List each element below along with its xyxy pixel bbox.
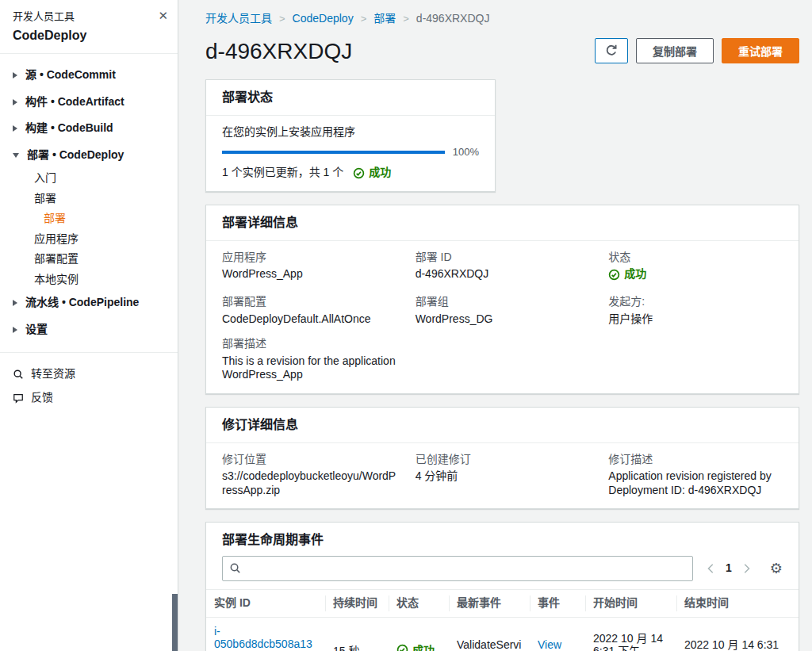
revision-details-card: 修订详细信息 修订位置 s3://codedeploybucketleoyu/W… bbox=[205, 407, 799, 510]
caret-right-icon bbox=[13, 300, 17, 306]
success-check-icon bbox=[396, 644, 408, 651]
sidebar-item-build-codebuild[interactable]: 构建 • CodeBuild bbox=[0, 115, 178, 142]
chevron-right-icon bbox=[741, 563, 752, 574]
sidebar-item-settings[interactable]: 设置 bbox=[0, 316, 178, 343]
column-header-instance-id: 实例 ID bbox=[206, 590, 325, 618]
card-header: 部署状态 bbox=[206, 80, 495, 116]
sidebar-item-deployments[interactable]: 部署 bbox=[0, 189, 178, 209]
column-header-latest-event: 最新事件 bbox=[449, 590, 530, 618]
initiator-value: 用户操作 bbox=[608, 312, 783, 327]
breadcrumb-link-developer-tools[interactable]: 开发人员工具 bbox=[205, 12, 272, 26]
events-search-input[interactable] bbox=[222, 556, 693, 581]
sidebar-item-applications[interactable]: 应用程序 bbox=[0, 229, 178, 250]
field-label: 发起方: bbox=[608, 295, 783, 309]
field-label: 状态 bbox=[608, 251, 783, 265]
deployment-group-link[interactable]: WordPress_DG bbox=[416, 312, 493, 325]
go-to-resource-label: 转至资源 bbox=[31, 367, 75, 381]
card-title: 部署生命周期事件 bbox=[222, 532, 783, 548]
sidebar-item-deployment-current[interactable]: 部署 bbox=[0, 209, 178, 229]
revision-created-value: 4 分钟前 bbox=[416, 469, 590, 484]
field-revision-created: 已创建修订 4 分钟前 bbox=[416, 453, 590, 498]
search-icon bbox=[13, 369, 24, 380]
events-card-header: 部署生命周期事件 bbox=[206, 523, 799, 589]
deployment-config-link[interactable]: CodeDeployDefault.AllAtOnce bbox=[222, 312, 371, 325]
column-header-start-time: 开始时间 bbox=[585, 590, 676, 618]
field-label: 部署描述 bbox=[222, 337, 396, 351]
sidebar-item-label: 构件 • CodeArtifact bbox=[25, 95, 124, 109]
breadcrumb-current: d-496XRXDQJ bbox=[416, 12, 490, 26]
search-icon bbox=[229, 562, 241, 578]
breadcrumb-link-deployments[interactable]: 部署 bbox=[373, 12, 396, 26]
card-title: 修订详细信息 bbox=[222, 417, 783, 433]
sidebar-item-label: 流水线 • CodePipeline bbox=[25, 296, 139, 310]
card-body: 应用程序 WordPress_App 部署 ID d-496XRXDQJ 状态 … bbox=[206, 241, 799, 393]
view-events-link[interactable]: View events bbox=[538, 638, 570, 651]
sidebar: 开发人员工具 CodeDeploy ✕ 源 • CodeCommit 构件 • … bbox=[0, 0, 178, 651]
sidebar-eyebrow: 开发人员工具 bbox=[13, 10, 165, 23]
application-link[interactable]: WordPress_App bbox=[222, 267, 303, 280]
instance-id-link[interactable]: i-050b6d8dcb508a130 bbox=[214, 625, 312, 651]
column-header-duration: 持续时间 bbox=[325, 590, 389, 618]
start-time-cell: 2022 10 月 14 6:31 下午 (UTC+8:00) bbox=[585, 617, 676, 651]
field-label: 应用程序 bbox=[222, 251, 396, 265]
status-badge: 成功 bbox=[396, 644, 435, 651]
sidebar-item-on-premises-instances[interactable]: 本地实例 bbox=[0, 270, 178, 290]
instance-id-cell: i-050b6d8dcb508a130 bbox=[206, 617, 325, 651]
events-search bbox=[222, 556, 693, 581]
sidebar-item-deployment-configurations[interactable]: 部署配置 bbox=[0, 249, 178, 270]
field-deployment-description: 部署描述 This is a revision for the applicat… bbox=[222, 337, 396, 382]
deployment-description-value: This is a revision for the application W… bbox=[222, 354, 396, 382]
pagination-next-button[interactable] bbox=[739, 561, 753, 576]
status-badge: 成功 bbox=[353, 166, 391, 180]
field-deployment-config: 部署配置 CodeDeployDefault.AllAtOnce bbox=[222, 295, 396, 326]
field-label: 修订描述 bbox=[608, 453, 783, 467]
events-table-header-row: 实例 ID 持续时间 状态 最新事件 事件 开始时间 结束时间 bbox=[206, 590, 799, 618]
codedeploy-subnav: 入门 部署 部署 应用程序 部署配置 本地实例 bbox=[0, 168, 178, 289]
sidebar-item-artifact-codeartifact[interactable]: 构件 • CodeArtifact bbox=[0, 89, 178, 116]
sidebar-nav: 源 • CodeCommit 构件 • CodeArtifact 构建 • Co… bbox=[0, 54, 178, 409]
field-status: 状态 成功 bbox=[608, 251, 783, 284]
field-revision-description: 修订描述 Application revision registered by … bbox=[608, 453, 783, 498]
progress-bar bbox=[222, 151, 445, 154]
sidebar-item-deploy-codedeploy[interactable]: 部署 • CodeDeploy bbox=[0, 142, 178, 169]
feedback-icon bbox=[13, 393, 24, 404]
card-body: 在您的实例上安装应用程序 100% 1 个实例已更新，共 1 个 成功 bbox=[206, 116, 495, 191]
refresh-icon bbox=[605, 44, 618, 57]
pagination-prev-button[interactable] bbox=[704, 561, 718, 576]
feedback-link[interactable]: 反馈 bbox=[0, 386, 178, 410]
copy-deployment-button[interactable]: 复制部署 bbox=[636, 38, 714, 63]
progress-row: 100% bbox=[222, 146, 479, 159]
field-deployment-id: 部署 ID d-496XRXDQJ bbox=[416, 251, 590, 284]
column-header-status: 状态 bbox=[389, 590, 449, 618]
duration-cell: 15 秒 bbox=[325, 617, 389, 651]
page-header: d-496XRXDQJ 复制部署 重试部署 bbox=[205, 37, 799, 65]
refresh-button[interactable] bbox=[595, 38, 628, 63]
status-text: 成功 bbox=[412, 644, 435, 651]
breadcrumb: 开发人员工具 > CodeDeploy > 部署 > d-496XRXDQJ bbox=[205, 12, 799, 26]
sidebar-item-label: 设置 bbox=[25, 323, 48, 337]
settings-gear-icon[interactable]: ⚙ bbox=[770, 561, 783, 576]
revision-location-link[interactable]: s3://codedeploybucketleoyu/WordPressApp.… bbox=[222, 469, 396, 496]
sidebar-item-source-codecommit[interactable]: 源 • CodeCommit bbox=[0, 62, 178, 89]
sidebar-scrollbar[interactable] bbox=[172, 594, 178, 651]
close-icon[interactable]: ✕ bbox=[158, 10, 168, 21]
progress-fill bbox=[222, 151, 445, 154]
events-pagination: 1 ⚙ bbox=[704, 561, 783, 576]
column-header-events: 事件 bbox=[530, 590, 585, 618]
card-header: 修订详细信息 bbox=[206, 408, 799, 443]
field-revision-location: 修订位置 s3://codedeploybucketleoyu/WordPres… bbox=[222, 453, 396, 498]
breadcrumb-link-codedeploy[interactable]: CodeDeploy bbox=[293, 12, 354, 26]
instances-updated-text: 1 个实例已更新，共 1 个 bbox=[222, 166, 343, 180]
field-label: 已创建修订 bbox=[416, 453, 590, 467]
sidebar-divider bbox=[0, 352, 178, 353]
status-cell: 成功 bbox=[389, 617, 449, 651]
pagination-current-page[interactable]: 1 bbox=[726, 561, 732, 576]
sidebar-item-getting-started[interactable]: 入门 bbox=[0, 168, 178, 189]
sidebar-item-pipeline-codepipeline[interactable]: 流水线 • CodePipeline bbox=[0, 289, 178, 316]
table-row: i-050b6d8dcb508a130 15 秒 bbox=[206, 617, 799, 651]
sidebar-item-label: 构建 • CodeBuild bbox=[25, 121, 113, 136]
go-to-resource-link[interactable]: 转至资源 bbox=[0, 362, 178, 386]
deployment-id-value: d-496XRXDQJ bbox=[416, 267, 590, 281]
card-header: 部署详细信息 bbox=[206, 205, 799, 241]
retry-deployment-button[interactable]: 重试部署 bbox=[722, 38, 799, 63]
